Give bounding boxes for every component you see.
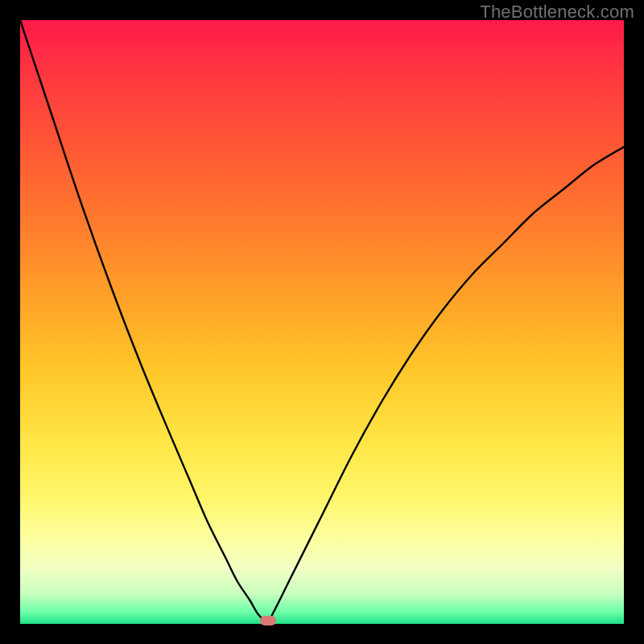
bottleneck-curve: [20, 20, 624, 624]
watermark-text: TheBottleneck.com: [480, 2, 634, 23]
optimum-marker: [260, 616, 276, 625]
chart-plot-area: [20, 20, 624, 624]
chart-frame: TheBottleneck.com: [0, 0, 644, 644]
